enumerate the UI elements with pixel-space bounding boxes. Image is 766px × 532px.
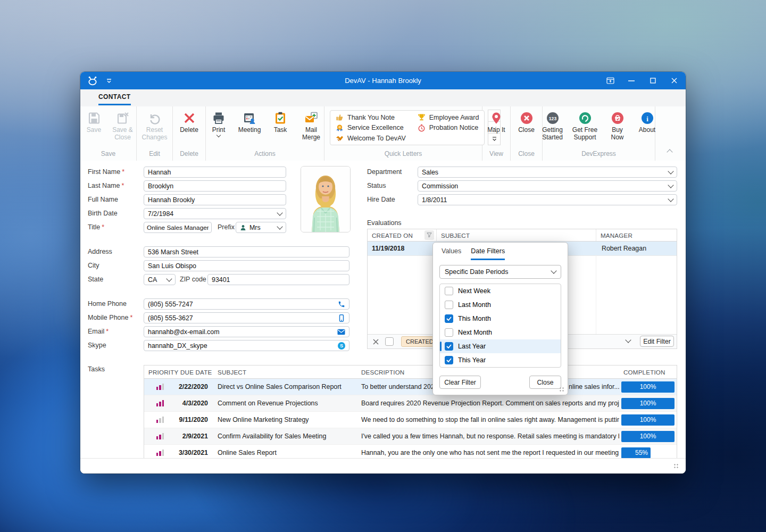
full-name-field[interactable]: Hannah Brookly (144, 194, 286, 205)
quick-letter-welcome-to-devav[interactable]: Welcome To DevAV (336, 134, 406, 143)
handshake-icon (336, 135, 344, 143)
column-header-created-on[interactable]: CREATED ON (368, 229, 437, 241)
trophy-icon (418, 113, 426, 121)
ribbon-group-edit: Reset Changes Edit (137, 106, 173, 161)
checkbox[interactable] (445, 287, 453, 295)
getting-started-button[interactable]: 123 Getting Started (538, 110, 568, 143)
department-combo[interactable]: Sales (418, 167, 677, 178)
mobile-phone-field[interactable]: (805) 555-3627 (144, 312, 349, 323)
contact-photo[interactable] (301, 166, 351, 232)
status-combo[interactable]: Commission (418, 180, 677, 192)
state-combo[interactable]: CA (144, 274, 176, 285)
first-name-field[interactable]: Hannah (144, 167, 286, 178)
tab-values[interactable]: Values (442, 247, 461, 260)
priority-bars-icon (144, 433, 176, 439)
task-row[interactable]: 4/3/2020 Comment on Revenue Projections … (144, 395, 677, 412)
option-this-year[interactable]: This Year (440, 353, 561, 367)
reset-changes-button[interactable]: Reset Changes (139, 110, 169, 143)
hire-date-combo[interactable]: 1/8/2011 (418, 194, 677, 205)
prefix-combo[interactable]: Mrs (236, 222, 286, 233)
tab-contact[interactable]: CONTACT (98, 93, 131, 105)
ribbon-group-save: Save Save & Close Save (80, 106, 137, 161)
title-field[interactable]: Online Sales Manager (144, 222, 212, 233)
chevron-down-icon (166, 276, 172, 281)
progress-bar: 55% (621, 447, 651, 459)
checkbox[interactable] (445, 356, 453, 364)
filter-funnel-icon[interactable] (424, 230, 434, 240)
remove-filter-icon[interactable] (373, 339, 379, 345)
column-header-completion[interactable]: COMPLETION (619, 365, 677, 378)
window-resize-grip[interactable] (673, 463, 679, 469)
tasks-label: Tasks (88, 364, 105, 375)
ribbon-tab-row: CONTACT (80, 89, 686, 107)
task-row[interactable]: 2/22/2020 Direct vs Online Sales Compari… (144, 379, 677, 395)
column-header-due-date[interactable]: DUE DATE (176, 365, 213, 378)
save-button[interactable]: Save (80, 110, 108, 135)
mail-merge-icon (304, 111, 318, 125)
meeting-button[interactable]: Meeting (236, 110, 263, 135)
delete-button[interactable]: Delete (176, 110, 203, 135)
checkbox[interactable] (445, 314, 453, 323)
option-next-month[interactable]: Next Month (440, 326, 561, 339)
option-last-month[interactable]: Last Month (440, 298, 561, 312)
progress-bar: 100% (621, 431, 675, 442)
filter-dropdown-chevron-icon[interactable] (625, 337, 631, 343)
skype-icon: S (338, 342, 345, 350)
filter-enabled-checkbox[interactable] (385, 337, 394, 346)
due-date-cell: 2/22/2020 (176, 383, 213, 390)
task-button[interactable]: Task (267, 110, 294, 135)
quick-letter-probation-notice[interactable]: Probation Notice (418, 124, 479, 132)
checkbox[interactable] (445, 328, 453, 337)
quick-letter-employee-award[interactable]: Employee Award (418, 113, 479, 122)
subject-cell: Online Sales Report (213, 449, 358, 456)
option-last-year[interactable]: Last Year (440, 339, 561, 353)
column-header-subject[interactable]: SUBJECT (437, 229, 596, 241)
collapse-ribbon-chevron-icon[interactable] (667, 149, 672, 155)
save-and-close-button[interactable]: Save & Close (109, 110, 137, 143)
print-button[interactable]: Print (205, 110, 232, 138)
checkbox[interactable] (445, 342, 453, 351)
minimize-button[interactable] (621, 72, 642, 89)
due-date-cell: 3/30/2021 (176, 449, 213, 456)
checkbox[interactable] (445, 301, 453, 309)
skype-field[interactable]: hannahb_DX_skype S (144, 340, 349, 351)
address-field[interactable]: 536 Marsh Street (144, 246, 349, 257)
clear-filter-button[interactable]: Clear Filter (439, 376, 481, 389)
priority-cell (144, 450, 176, 456)
map-it-button[interactable]: Map It (484, 110, 509, 135)
mail-merge-button[interactable]: Mail Merge (297, 110, 325, 143)
group-label-view: View (482, 150, 510, 161)
email-field[interactable]: hannahb@dx-email.com (144, 326, 349, 337)
option-next-week[interactable]: Next Week (440, 284, 561, 298)
tab-date-filters[interactable]: Date Filters (471, 247, 505, 260)
task-row[interactable]: 2/9/2021 Confirm Availability for Sales … (144, 428, 677, 445)
buy-now-button[interactable]: Buy Now (603, 110, 632, 143)
quick-letter-thank-you-note[interactable]: Thank You Note (336, 113, 406, 122)
quick-letter-service-excellence[interactable]: Service Excellence (336, 124, 406, 132)
priority-bars-icon (144, 384, 176, 390)
last-name-field[interactable]: Brooklyn (144, 180, 286, 192)
birth-date-field[interactable]: 7/2/1984 (144, 208, 286, 219)
clock-icon (418, 124, 426, 132)
column-header-subject[interactable]: SUBJECT (213, 365, 358, 378)
city-field[interactable]: San Luis Obispo (144, 260, 349, 271)
column-header-manager[interactable]: MANAGER (596, 229, 677, 241)
get-free-support-button[interactable]: Get Free Support (570, 110, 601, 143)
close-record-button[interactable]: Close (514, 110, 539, 135)
option-this-month[interactable]: This Month (440, 312, 561, 326)
close-popup-button[interactable]: Close (529, 376, 561, 389)
maximize-button[interactable] (642, 72, 663, 89)
date-period-mode-combo[interactable]: Specific Date Periods (439, 265, 561, 279)
column-header-priority[interactable]: PRIORITY (144, 365, 176, 378)
popup-resize-grip[interactable] (559, 387, 565, 393)
subject-cell: Direct vs Online Sales Comparison Report (213, 383, 358, 390)
edit-filter-button[interactable]: Edit Filter (640, 336, 674, 347)
ribbon-group-devexpress: 123 Getting Started Get Free Support Buy… (543, 106, 655, 161)
ribbon-display-options-icon[interactable] (600, 72, 621, 89)
home-phone-field[interactable]: (805) 555-7247 (144, 298, 349, 310)
close-window-button[interactable] (663, 72, 685, 89)
zip-code-field[interactable]: 93401 (207, 274, 349, 285)
task-row[interactable]: 9/11/2020 New Online Marketing Strategy … (144, 412, 677, 428)
app-window: DevAV - Hannah Brookly CONTACT (80, 72, 686, 473)
due-date-cell: 2/9/2021 (176, 433, 213, 440)
